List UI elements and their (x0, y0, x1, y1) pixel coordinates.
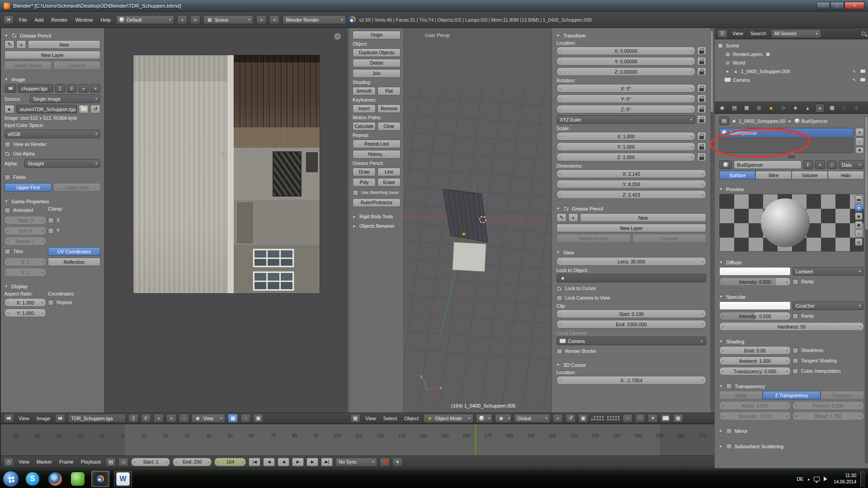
jump-to-start-button[interactable]: |◀ (249, 458, 260, 466)
frame-end-field[interactable]: End: 250 (173, 458, 212, 466)
panel-header-game-properties[interactable]: Game Properties (5, 197, 100, 206)
delete-button[interactable]: Delete (353, 59, 401, 67)
material-type-wire[interactable]: Wire (755, 171, 792, 179)
material-type-volume[interactable]: Volume (792, 171, 828, 179)
panel-header-grease-pencil[interactable]: Grease Pencil (557, 204, 706, 213)
keying-set-icon[interactable]: ◇ (118, 458, 128, 466)
image-users-button[interactable]: 2 (128, 414, 138, 422)
editor-type-icon[interactable]: ▦ (350, 414, 360, 422)
reload-icon[interactable]: ↺ (90, 105, 100, 113)
frame-start-field[interactable]: Start: 1 (131, 458, 170, 466)
dimensions-z-field[interactable]: Z: 2.423 (557, 190, 706, 199)
preview-hair-icon[interactable]: ~ (855, 230, 863, 237)
panel-header-shading[interactable]: Shading (719, 337, 864, 346)
lock-icon[interactable] (697, 105, 706, 113)
layers-grid[interactable] (607, 416, 620, 421)
tab-particles-icon[interactable]: ∴ (840, 103, 849, 113)
tiles-x-field[interactable]: X: 1 (5, 258, 46, 266)
aspect-x-field[interactable]: X: 1.000 (5, 298, 46, 307)
flat-button[interactable]: Flat (377, 87, 401, 95)
insert-keyframe-button[interactable]: Insert (353, 104, 376, 113)
specular-color-swatch[interactable] (719, 301, 791, 310)
play-button[interactable]: ▶ (292, 458, 304, 466)
lock-icon[interactable] (697, 115, 706, 124)
menu-file[interactable]: File (17, 17, 29, 23)
clear-paths-button[interactable]: Clear (377, 122, 401, 131)
view-as-render-checkbox[interactable] (5, 141, 10, 147)
link-data-select[interactable]: Data (839, 160, 864, 169)
snap-target-select[interactable]: ▾ (648, 414, 658, 422)
rotation-x-field[interactable]: X: 0° (557, 84, 695, 93)
clip-start-field[interactable]: Start: 0.100 (557, 310, 706, 318)
grease-pencil-checkbox[interactable] (11, 33, 17, 38)
record-toggle[interactable] (380, 458, 390, 466)
properties-scrollbar[interactable] (865, 116, 868, 464)
blend-field[interactable]: Blend: 1.250 (793, 412, 864, 420)
repeat-checkbox[interactable] (48, 300, 54, 305)
outliner-search-menu[interactable]: Search (748, 31, 769, 36)
panel-header-preview[interactable]: Preview (719, 184, 864, 194)
timeline-frame-menu[interactable]: Frame (57, 459, 76, 465)
tab-modifiers-icon[interactable]: ◆ (791, 103, 800, 113)
search-icon[interactable] (862, 32, 866, 36)
material-type-surface[interactable]: Surface (719, 171, 755, 179)
colorspace-select[interactable]: sRGB (5, 130, 100, 138)
specular-alpha-field[interactable]: Specular: 1.000 (719, 412, 791, 420)
manipulator-scale-toggle[interactable]: ▣ (578, 414, 588, 422)
material-slot-list[interactable]: BudSpencer (719, 128, 854, 153)
tiles-checkbox[interactable] (5, 249, 10, 254)
tangent-shading-checkbox[interactable] (793, 358, 798, 364)
current-frame-field[interactable]: 164 (214, 458, 246, 466)
texture-image[interactable]: ▷ (133, 55, 320, 293)
network-icon[interactable] (814, 477, 820, 481)
rotation-y-field[interactable]: Y: 0° (557, 94, 695, 103)
emit-field[interactable]: Emit: 0.00 (719, 346, 791, 355)
cursor-x-field[interactable]: X: -1.7054 (557, 376, 706, 385)
transparency-raytrace-button[interactable]: Raytrace (821, 391, 864, 399)
gp-line-button[interactable]: Line (377, 168, 401, 176)
reflection-button[interactable]: Reflection (48, 258, 100, 266)
panel-header-display[interactable]: Display (5, 282, 100, 291)
local-camera-field[interactable]: Camera× (557, 337, 706, 345)
outliner-view-menu[interactable]: View (730, 31, 745, 36)
tab-constraints-icon[interactable]: ◇ (778, 103, 788, 113)
outliner-item-object[interactable]: ▸▲1_0400_Schuppen.005↖ (717, 67, 866, 75)
panel-header-specular[interactable]: Specular (719, 292, 864, 301)
lock-icon[interactable] (697, 67, 706, 76)
anim-start-field[interactable]: Start: 0 (5, 216, 46, 225)
image-users-button[interactable]: 2 (55, 84, 65, 93)
panel-header-transform[interactable]: Transform (557, 31, 706, 40)
restrict-select-icon[interactable]: ↖ (852, 69, 858, 74)
tiles-y-field[interactable]: Y: 1 (5, 268, 46, 277)
clamp-x-checkbox[interactable] (48, 217, 54, 223)
lock-icon[interactable] (697, 153, 706, 161)
tab-physics-icon[interactable]: ○ (852, 103, 861, 113)
grease-pencil-checkbox[interactable] (563, 206, 569, 211)
uv-face-select-icon[interactable]: ▣ (253, 414, 263, 422)
gp-new-button[interactable]: New (580, 213, 706, 222)
keying-options-icon[interactable]: ▾ (392, 458, 402, 466)
scene-select[interactable]: ▦Scene (203, 15, 253, 24)
rotation-mode-select[interactable]: XYZ Euler (557, 115, 695, 124)
panel-header-view[interactable]: View (557, 248, 706, 257)
slot-add-button[interactable]: + (855, 128, 864, 136)
timeline-ruler[interactable]: -50-40-30-20-100102030405060708090100110… (1, 424, 714, 455)
gp-new-button[interactable]: New (28, 40, 100, 49)
specular-ramp-checkbox[interactable] (793, 313, 798, 319)
folder-browse-icon[interactable] (79, 105, 89, 113)
current-frame-line[interactable] (475, 424, 476, 455)
taskbar-item-word[interactable]: W (114, 471, 132, 487)
gp-new-layer-button[interactable]: New Layer (557, 224, 706, 232)
filepath-field[interactable]: xturen\TDR_Schuppen.tga (16, 105, 77, 113)
close-button[interactable]: × (844, 2, 864, 9)
opengl-render-anim-button[interactable]: ▦ (673, 414, 683, 422)
maximize-button[interactable]: □ (830, 2, 844, 9)
remove-keyframe-button[interactable]: Remove (377, 104, 401, 113)
gp-convert-button[interactable]: Convert (53, 61, 100, 70)
ambient-field[interactable]: Ambient: 1.000 (719, 357, 791, 365)
join-button[interactable]: Join (353, 69, 401, 78)
transparency-ztransp-button[interactable]: Z Transparency (763, 391, 821, 399)
uv-view-menu[interactable]: View (16, 416, 32, 421)
history-button[interactable]: History... (353, 150, 401, 159)
fresnel-field[interactable]: Fresnel: 0.000 (793, 401, 864, 410)
